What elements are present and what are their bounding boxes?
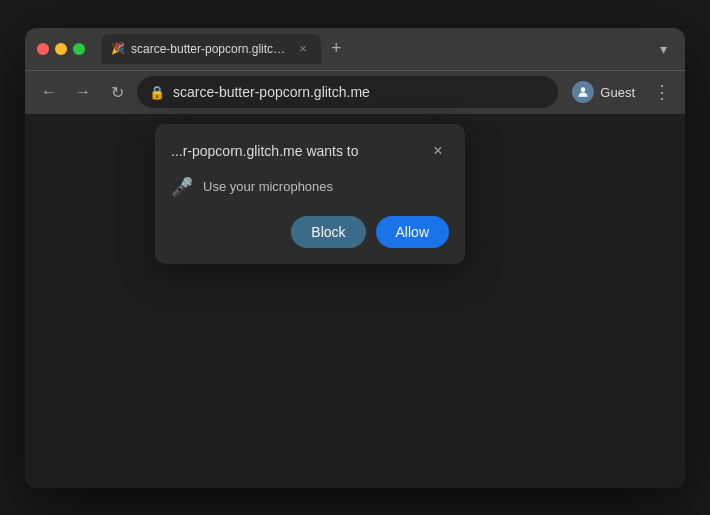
tab-close-button[interactable]: ×: [295, 41, 311, 57]
traffic-light-yellow[interactable]: [55, 43, 67, 55]
popup-title: ...r-popcorn.glitch.me wants to: [171, 143, 359, 159]
tab-favicon: 🎉: [111, 42, 125, 55]
popup-close-button[interactable]: ×: [427, 140, 449, 162]
browser-window: 🎉 scarce-butter-popcorn.glitch... × + ▾ …: [25, 28, 685, 488]
tab-title: scarce-butter-popcorn.glitch...: [131, 42, 289, 56]
permission-text: Use your microphones: [203, 179, 333, 194]
lock-icon: 🔒: [149, 85, 165, 100]
permission-popup: ...r-popcorn.glitch.me wants to × 🎤 Use …: [155, 124, 465, 264]
active-tab[interactable]: 🎉 scarce-butter-popcorn.glitch... ×: [101, 34, 321, 64]
page-content: ...r-popcorn.glitch.me wants to × 🎤 Use …: [25, 114, 685, 488]
reload-button[interactable]: ↻: [103, 78, 131, 106]
tabs-dropdown-button[interactable]: ▾: [654, 37, 673, 61]
popup-header: ...r-popcorn.glitch.me wants to ×: [171, 140, 449, 162]
popup-permission-row: 🎤 Use your microphones: [171, 176, 449, 198]
svg-point-0: [581, 87, 586, 92]
traffic-light-red[interactable]: [37, 43, 49, 55]
popup-actions: Block Allow: [171, 216, 449, 248]
profile-avatar: [572, 81, 594, 103]
microphone-icon: 🎤: [171, 176, 193, 198]
menu-button[interactable]: ⋮: [649, 77, 675, 107]
profile-button[interactable]: Guest: [564, 77, 643, 107]
traffic-lights: [37, 43, 85, 55]
toolbar: ← → ↻ 🔒 scarce-butter-popcorn.glitch.me …: [25, 70, 685, 114]
block-button[interactable]: Block: [291, 216, 365, 248]
traffic-light-green[interactable]: [73, 43, 85, 55]
tabs-area: 🎉 scarce-butter-popcorn.glitch... × +: [101, 34, 646, 64]
profile-label: Guest: [600, 85, 635, 100]
omnibox[interactable]: 🔒 scarce-butter-popcorn.glitch.me: [137, 76, 558, 108]
title-bar: 🎉 scarce-butter-popcorn.glitch... × + ▾: [25, 28, 685, 70]
allow-button[interactable]: Allow: [376, 216, 449, 248]
forward-button[interactable]: →: [69, 78, 97, 106]
back-button[interactable]: ←: [35, 78, 63, 106]
new-tab-button[interactable]: +: [325, 38, 348, 59]
omnibox-url: scarce-butter-popcorn.glitch.me: [173, 84, 370, 100]
